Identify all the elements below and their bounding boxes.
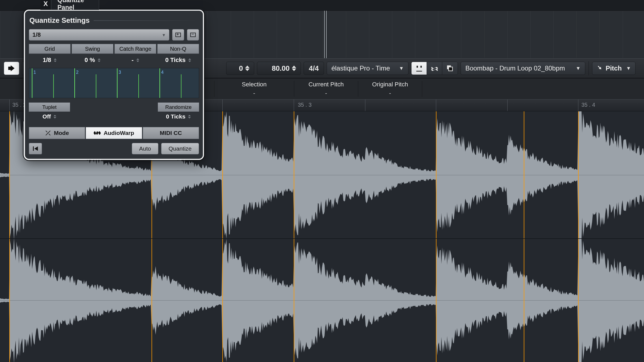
warp-triangle-icon: [220, 111, 225, 112]
warp-marker[interactable]: [578, 111, 579, 238]
warp-marker[interactable]: [294, 239, 294, 362]
ruler-tick: [578, 100, 578, 111]
delete-preset-button[interactable]: [187, 29, 199, 41]
clip-dropdown[interactable]: Boombap - Drum Loop 02_80bpm ▼: [461, 62, 585, 75]
chevron-down-icon: ▼: [626, 66, 631, 71]
ruler-tick: [9, 100, 10, 111]
catch-range-value-field[interactable]: -: [114, 55, 156, 65]
panel-heading: Quantize Settings: [29, 16, 90, 25]
clip-name: Boombap - Drum Loop 02_80bpm: [465, 64, 565, 72]
close-button[interactable]: X: [40, 0, 51, 10]
chevron-down-icon: ▼: [399, 66, 404, 71]
pitch-arrow-icon: [597, 65, 603, 71]
preset-dropdown[interactable]: 1/8 ▼: [29, 29, 169, 41]
divider: [422, 81, 422, 97]
separator: [589, 61, 589, 75]
warp-marker[interactable]: [9, 111, 10, 238]
tuplet-value-field[interactable]: Off: [29, 112, 70, 121]
non-q-value-field[interactable]: 0 Ticks: [157, 55, 199, 65]
pitch-label: Pitch: [606, 64, 622, 72]
warp-marker[interactable]: [436, 239, 436, 362]
svg-rect-1: [449, 67, 452, 71]
audiowarp-label: AudioWarp: [103, 130, 134, 136]
tab-rail: [100, 1, 203, 10]
original-pitch-label: Original Pitch: [372, 81, 408, 88]
heading-divider: [94, 20, 199, 21]
panel-tab[interactable]: Quantize Panel: [51, 0, 99, 10]
grid-value: 1/8: [43, 56, 51, 64]
panel-tab-bar: X Quantize Panel: [40, 0, 203, 10]
spinner-icon: [136, 58, 139, 62]
spinner-icon: [188, 115, 191, 118]
swing-value-field[interactable]: 0 %: [72, 55, 113, 65]
randomize-value-field[interactable]: 0 Ticks: [158, 112, 199, 121]
grid-visualization: 1234: [29, 68, 199, 98]
ruler-label: 35 . 3: [298, 102, 312, 108]
catch-range-header: Catch Range: [114, 44, 156, 54]
warp-triangle-icon: [521, 111, 527, 112]
quantize-button[interactable]: Quantize: [161, 143, 199, 154]
audiowarp-icon: [94, 130, 101, 136]
mode-button[interactable]: Mode: [29, 127, 85, 139]
pitch-dropdown[interactable]: Pitch ▼: [592, 62, 635, 75]
randomize-value: 0 Ticks: [166, 113, 186, 120]
audition-button[interactable]: [4, 62, 19, 75]
warp-triangle-icon: [433, 111, 439, 112]
warp-marker[interactable]: [9, 239, 10, 362]
locator-bar[interactable]: [324, 11, 327, 58]
quantize-panel: X Quantize Panel Quantize Settings 1/8 ▼…: [24, 10, 204, 160]
randomize-header: Randomize: [158, 103, 199, 112]
transpose-field[interactable]: 0: [226, 62, 254, 75]
spinner-icon: [188, 58, 191, 62]
non-q-header: Non-Q: [157, 44, 199, 54]
ruler-tick: [507, 100, 508, 111]
algorithm-value: élastique Pro - Time: [331, 64, 390, 72]
waves-icon: [431, 64, 438, 72]
selection-value: -: [253, 90, 255, 97]
warp-marker[interactable]: [222, 111, 223, 238]
transpose-value: 0: [239, 64, 243, 73]
tempo-field[interactable]: 80.00: [257, 62, 301, 75]
ruler-tick: [294, 100, 294, 111]
midi-cc-button[interactable]: MIDI CC: [143, 127, 199, 139]
marker-icon: [415, 64, 423, 72]
warp-triangle-icon: [576, 111, 581, 112]
tempo-value: 80.00: [272, 64, 290, 73]
display-mode-3-button[interactable]: [442, 62, 458, 75]
auto-button[interactable]: Auto: [132, 143, 158, 154]
ruler-label: 35 . 4: [581, 102, 595, 108]
current-pitch-label: Current Pitch: [309, 81, 344, 88]
warp-marker[interactable]: [524, 239, 524, 362]
warp-triangle-icon: [7, 111, 12, 112]
selection-label: Selection: [242, 81, 267, 88]
tuplet-value: Off: [43, 113, 51, 120]
warp-marker[interactable]: [436, 111, 436, 238]
spinner-icon[interactable]: [245, 66, 250, 71]
warp-marker[interactable]: [222, 239, 223, 362]
skip-start-icon: [32, 146, 38, 151]
waveform-lane-2[interactable]: [0, 239, 644, 362]
algorithm-dropdown[interactable]: élastique Pro - Time ▼: [327, 62, 408, 75]
save-preset-button[interactable]: [172, 29, 184, 41]
warp-marker[interactable]: [578, 239, 579, 362]
preset-value: 1/8: [32, 31, 41, 38]
swing-header: Swing: [72, 44, 113, 54]
ruler-tick: [436, 100, 436, 111]
spinner-icon: [54, 115, 56, 118]
warp-marker[interactable]: [524, 111, 524, 238]
midi-cc-label: MIDI CC: [160, 130, 182, 136]
chevron-down-icon: ▼: [162, 33, 166, 37]
warp-marker[interactable]: [152, 239, 152, 362]
audiowarp-button[interactable]: AudioWarp: [86, 127, 142, 139]
non-q-value: 0 Ticks: [165, 56, 186, 64]
spinner-icon[interactable]: [292, 66, 297, 71]
display-mode-1-button[interactable]: [411, 62, 427, 75]
time-signature-field[interactable]: 4/4: [304, 62, 324, 75]
swing-value: 0 %: [85, 56, 95, 64]
save-icon: [175, 33, 181, 37]
warp-marker[interactable]: [294, 111, 294, 238]
display-mode-2-button[interactable]: [427, 62, 442, 75]
reset-button[interactable]: [29, 143, 42, 154]
grid-value-field[interactable]: 1/8: [29, 55, 71, 65]
speaker-icon: [8, 65, 15, 71]
